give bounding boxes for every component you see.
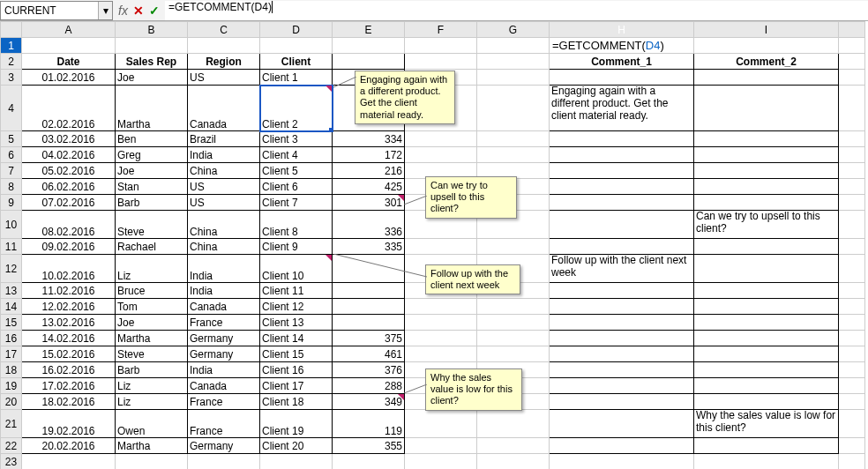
name-box-dropdown[interactable]: ▾ <box>98 2 112 19</box>
cell[interactable] <box>333 454 405 470</box>
cell-date[interactable]: 02.02.2016 <box>22 86 116 131</box>
cell-client[interactable]: Client 7 <box>260 195 333 211</box>
cell-comment1[interactable] <box>550 378 694 394</box>
cell[interactable] <box>405 410 477 438</box>
cell-rep[interactable]: Barb <box>116 362 188 378</box>
cell-client[interactable]: Client 16 <box>260 362 333 378</box>
cell-rep[interactable]: Martha <box>116 86 188 131</box>
cell[interactable] <box>839 239 865 255</box>
cell-rep[interactable]: Tom <box>116 299 188 315</box>
cell-comment2[interactable] <box>694 179 839 195</box>
row-header-10[interactable]: 10 <box>1 211 22 239</box>
cell-rep[interactable]: Martha <box>116 438 188 454</box>
cell[interactable] <box>405 454 477 470</box>
cell[interactable] <box>116 454 188 470</box>
cell-comment1[interactable] <box>550 394 694 410</box>
cell-value[interactable] <box>333 315 405 331</box>
cell-client[interactable]: Client 15 <box>260 346 333 362</box>
row-header-18[interactable]: 18 <box>1 362 22 378</box>
cell-date[interactable]: 06.02.2016 <box>22 179 116 195</box>
cell-value[interactable]: 349 <box>333 394 405 410</box>
cell-value[interactable]: 355 <box>333 438 405 454</box>
cell-comment1[interactable] <box>550 239 694 255</box>
cell[interactable] <box>405 147 477 163</box>
cell-date[interactable]: 14.02.2016 <box>22 331 116 346</box>
cell-comment1[interactable] <box>550 346 694 362</box>
cell-comment2[interactable]: Why the sales value is low for this clie… <box>694 410 839 438</box>
header-rep[interactable]: Sales Rep <box>116 54 188 70</box>
cell-client[interactable]: Client 2 <box>260 86 333 131</box>
cell-region[interactable]: India <box>188 283 260 299</box>
cell[interactable] <box>839 163 865 179</box>
cell-date[interactable]: 16.02.2016 <box>22 362 116 378</box>
cell-date[interactable]: 05.02.2016 <box>22 163 116 179</box>
cell-rep[interactable]: Liz <box>116 394 188 410</box>
cell-client[interactable]: Client 18 <box>260 394 333 410</box>
cell-client[interactable]: Client 11 <box>260 283 333 299</box>
cell[interactable] <box>839 331 865 346</box>
cell-rep[interactable]: Ben <box>116 131 188 147</box>
col-header-A[interactable]: A <box>22 22 116 38</box>
cell-rep[interactable]: Barb <box>116 195 188 211</box>
cell-date[interactable]: 17.02.2016 <box>22 378 116 394</box>
cell-comment2[interactable] <box>694 255 839 283</box>
cell-comment1[interactable] <box>550 163 694 179</box>
cell-client[interactable]: Client 6 <box>260 179 333 195</box>
cell-comment2[interactable] <box>694 331 839 346</box>
select-all-corner[interactable] <box>1 22 22 38</box>
cell-comment1[interactable] <box>550 195 694 211</box>
cell-date[interactable]: 04.02.2016 <box>22 147 116 163</box>
cell-comment2[interactable] <box>694 394 839 410</box>
cell[interactable] <box>477 299 550 315</box>
cell-client[interactable]: Client 13 <box>260 315 333 331</box>
header-value[interactable] <box>333 54 405 70</box>
row-header-13[interactable]: 13 <box>1 283 22 299</box>
row-header-19[interactable]: 19 <box>1 378 22 394</box>
cell-comment2[interactable] <box>694 86 839 131</box>
cell-comment2[interactable]: Can we try to upsell to this client? <box>694 211 839 239</box>
cell-rep[interactable]: Martha <box>116 331 188 346</box>
cell[interactable] <box>839 299 865 315</box>
cell-comment2[interactable] <box>694 315 839 331</box>
cell[interactable] <box>405 299 477 315</box>
cell-region[interactable]: France <box>188 410 260 438</box>
cell-comment1[interactable] <box>550 331 694 346</box>
row-header-4[interactable]: 4 <box>1 86 22 131</box>
cell[interactable] <box>839 378 865 394</box>
row-header-11[interactable]: 11 <box>1 239 22 255</box>
cell-rep[interactable]: Steve <box>116 346 188 362</box>
cell[interactable] <box>116 38 188 54</box>
cell[interactable] <box>839 54 865 70</box>
cell[interactable] <box>22 454 116 470</box>
cell-comment1[interactable]: Engaging again with a different product.… <box>550 86 694 131</box>
col-header-F[interactable]: F <box>405 22 477 38</box>
row-header-16[interactable]: 16 <box>1 331 22 346</box>
cell-comment2[interactable] <box>694 346 839 362</box>
cell[interactable] <box>477 315 550 331</box>
cell-date[interactable]: 09.02.2016 <box>22 239 116 255</box>
row-header-3[interactable]: 3 <box>1 70 22 86</box>
cell[interactable] <box>477 410 550 438</box>
cancel-icon[interactable]: ✕ <box>133 4 144 18</box>
cell-region[interactable]: US <box>188 70 260 86</box>
cell-region[interactable]: China <box>188 211 260 239</box>
cell[interactable] <box>550 454 694 470</box>
cell[interactable] <box>333 38 405 54</box>
header-comment1[interactable]: Comment_1 <box>550 54 694 70</box>
cell-region[interactable]: Brazil <box>188 131 260 147</box>
header-region[interactable]: Region <box>188 54 260 70</box>
cell-value[interactable]: 335 <box>333 239 405 255</box>
cell-comment2[interactable] <box>694 163 839 179</box>
cell-rep[interactable]: Liz <box>116 255 188 283</box>
cell-comment2[interactable] <box>694 131 839 147</box>
col-header-B[interactable]: B <box>116 22 188 38</box>
cell[interactable] <box>477 438 550 454</box>
cell[interactable] <box>405 54 477 70</box>
cell-date[interactable]: 19.02.2016 <box>22 410 116 438</box>
cell-region[interactable]: US <box>188 179 260 195</box>
cell-rep[interactable]: Joe <box>116 315 188 331</box>
cell[interactable] <box>405 331 477 346</box>
cell[interactable] <box>22 38 116 54</box>
cell[interactable] <box>839 179 865 195</box>
cell-rep[interactable]: Greg <box>116 147 188 163</box>
